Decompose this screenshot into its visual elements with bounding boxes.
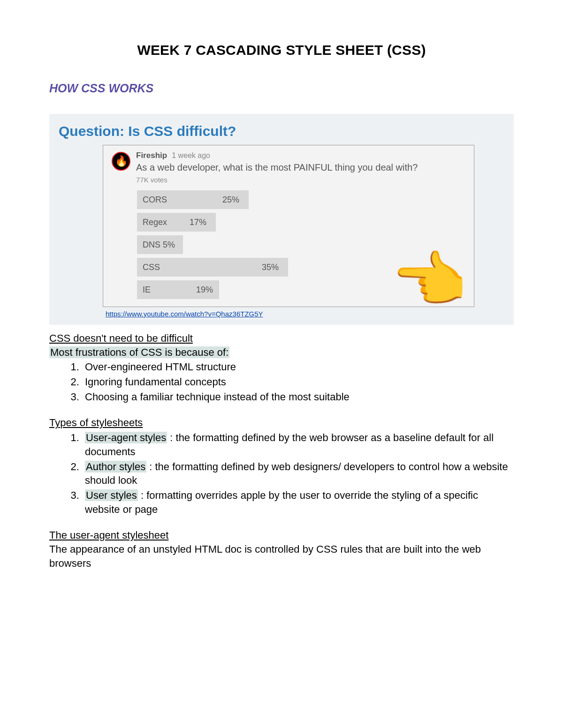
poll-label: CSS	[143, 263, 160, 272]
list-item: Over-engineered HTML structure	[82, 360, 514, 374]
list-item: Ignoring fundamental concepts	[82, 375, 514, 389]
ua-title: The user-agent stylesheet	[49, 529, 168, 541]
list-item: User-agent styles : the formatting defin…	[82, 431, 514, 458]
poll: CORS25%Regex17%DNS 5%CSS35%IE19%	[137, 190, 465, 299]
poll-row: Regex17%	[137, 213, 465, 232]
list-item: Choosing a familiar technique instead of…	[82, 390, 514, 404]
source-link[interactable]: https://www.youtube.com/watch?v=Qhaz36TZ…	[106, 310, 263, 318]
ua-desc: The appearance of an unstyled HTML doc i…	[49, 542, 514, 570]
poll-percent: 17%	[190, 218, 206, 227]
poll-row: CSS35%	[137, 258, 465, 277]
poll-row: DNS 5%	[137, 235, 465, 254]
post-author: Fireship	[136, 151, 167, 160]
page-title: WEEK 7 CASCADING STYLE SHEET (CSS)	[49, 42, 514, 58]
post-question: As a web developer, what is the most PAI…	[136, 162, 465, 173]
poll-row: IE19%	[137, 280, 465, 299]
flame-icon: 🔥	[115, 156, 128, 166]
poll-label: DNS 5%	[143, 240, 175, 250]
term-highlight: User styles	[85, 489, 138, 501]
term-highlight: Author styles	[85, 461, 146, 473]
poll-label: CORS	[143, 195, 167, 205]
poll-percent: 19%	[196, 285, 213, 295]
poll-label: Regex	[143, 218, 167, 227]
poll-card: 🔥 Fireship 1 week ago As a web developer…	[103, 145, 474, 307]
types-title: Types of stylesheets	[49, 417, 143, 428]
poll-row: CORS25%	[137, 190, 465, 209]
frustrations-intro: Most frustrations of CSS is because of:	[49, 346, 229, 358]
list-item: Author styles : the formatting defined b…	[82, 460, 514, 488]
poll-label: IE	[143, 285, 151, 295]
list-item: User styles : formatting overrides apple…	[82, 488, 514, 516]
frustrations-list: Over-engineered HTML structureIgnoring f…	[82, 360, 514, 404]
post-votes: 77K votes	[136, 176, 465, 184]
poll-percent: 35%	[262, 263, 279, 272]
term-highlight: User-agent styles	[85, 432, 167, 443]
section-heading: HOW CSS WORKS	[49, 82, 514, 95]
question-slide: Question: Is CSS difficult? 🔥 Fireship 1…	[49, 114, 514, 325]
author-avatar: 🔥	[112, 152, 130, 171]
poll-percent: 25%	[222, 195, 239, 205]
types-list: User-agent styles : the formatting defin…	[82, 431, 514, 516]
nd-title: CSS doesn't need to be difficult	[49, 332, 193, 344]
post-age: 1 week ago	[172, 151, 210, 160]
slide-question: Question: Is CSS difficult?	[56, 120, 507, 145]
